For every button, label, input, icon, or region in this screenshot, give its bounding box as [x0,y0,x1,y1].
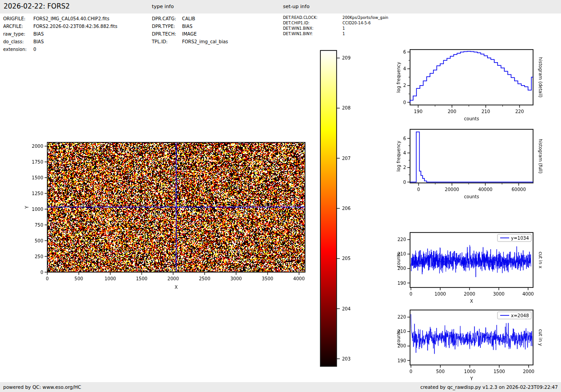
meta-label: DPR.TECH: [152,30,182,38]
svg-text:0: 0 [41,270,43,275]
raw-image-heatmap [47,142,305,272]
type-info-block: DPR.CATG:CALIBDPR.TYPE:BIASDPR.TECH:IMAG… [152,15,228,46]
setup-info-header: set-up info [283,4,310,9]
svg-text:60000: 60000 [511,187,526,192]
colorbar [320,50,337,366]
meta-value: BIAS [182,23,192,30]
svg-text:0: 0 [410,292,412,296]
meta-value: 1 [342,31,345,36]
setup-info-block: DET.READ.CLOCK:200Kps/2ports/low_gainDET… [283,15,388,36]
svg-text:500: 500 [35,238,43,243]
svg-text:0: 0 [46,276,49,281]
svg-text:203: 203 [342,356,351,361]
svg-text:log frequency: log frequency [396,62,401,93]
svg-text:200: 200 [397,266,406,271]
svg-text:190: 190 [397,358,406,363]
svg-text:20000: 20000 [445,187,459,192]
svg-text:200: 200 [397,343,406,348]
svg-text:750: 750 [35,223,43,228]
meta-value: CCID20-14-5-6 [342,20,371,26]
svg-text:220: 220 [397,315,406,319]
svg-text:6: 6 [403,50,406,55]
svg-text:208: 208 [342,105,351,110]
svg-text:1250: 1250 [32,191,43,196]
meta-label: do_class: [3,38,33,46]
svg-text:X: X [175,285,178,290]
svg-text:220: 220 [515,109,524,114]
svg-text:counts: counts [396,252,401,267]
svg-text:0: 0 [403,100,406,105]
svg-text:210: 210 [397,251,406,256]
svg-text:counts: counts [464,194,479,199]
svg-text:40000: 40000 [478,187,493,192]
meta-row: DET.WIN1.BINY:1 [283,31,388,36]
svg-text:cut in x: cut in x [538,251,543,268]
footer-right: created by qc_rawdisp.py v1.2.3 on 2026-… [420,384,558,390]
svg-text:250: 250 [35,254,43,259]
svg-text:210: 210 [397,329,406,334]
svg-text:1000: 1000 [32,207,43,212]
meta-value: 1 [342,26,345,31]
svg-text:y=1034: y=1034 [511,236,529,241]
meta-row: DET.WIN1.BINX:1 [283,26,388,31]
meta-value: FORS2_IMG_CAL054.40.CHIP2.fits [33,15,109,23]
svg-text:204: 204 [342,306,351,311]
svg-text:4: 4 [403,66,406,71]
meta-row: ORIGFILE:FORS2_IMG_CAL054.40.CHIP2.fits [3,15,117,23]
svg-text:3500: 3500 [262,276,273,281]
svg-text:2: 2 [403,83,406,88]
svg-text:4: 4 [403,150,406,155]
meta-value: 0 [33,46,36,53]
meta-row: DPR.CATG:CALIB [152,15,228,23]
svg-text:counts: counts [396,330,401,345]
page-title: 2026-02-22: FORS2 [4,2,70,10]
svg-text:1750: 1750 [32,160,43,164]
svg-text:2000: 2000 [168,276,179,281]
svg-text:6: 6 [403,136,406,141]
svg-text:210: 210 [481,109,490,114]
svg-text:1500: 1500 [32,175,43,180]
svg-text:cut in y: cut in y [538,329,543,346]
svg-text:206: 206 [342,206,351,211]
svg-text:500: 500 [436,369,445,374]
svg-text:1000: 1000 [464,369,475,374]
meta-label: extension: [3,46,33,53]
meta-label: DPR.CATG: [152,15,182,23]
meta-value: CALIB [182,15,195,23]
topbar: 2026-02-22: FORS2 type info set-up info [0,0,561,14]
svg-text:3000: 3000 [493,292,504,296]
meta-label: DET.CHIP1.ID: [283,20,342,26]
meta-value: BIAS [33,30,44,38]
file-info-block: ORIGFILE:FORS2_IMG_CAL054.40.CHIP2.fitsA… [3,15,117,53]
svg-text:4000: 4000 [293,276,305,281]
svg-text:500: 500 [74,276,83,281]
svg-text:3000: 3000 [230,276,242,281]
footer-left: powered by QC: www.eso.org/HC [3,384,81,390]
meta-row: raw_type:BIAS [3,30,117,38]
meta-label: TPL.ID: [152,38,182,46]
meta-row: DPR.TECH:IMAGE [152,30,228,38]
meta-value: FORS2.2026-02-23T08:42:36.882.fits [33,23,117,30]
svg-text:X: X [470,299,473,304]
meta-row: TPL.ID:FORS2_img_cal_bias [152,38,228,46]
meta-label: DET.WIN1.BINY: [283,31,342,36]
plot-cut_in_x: 01000200030004000190200210220countsXcut … [396,232,543,304]
svg-text:counts: counts [464,116,479,121]
svg-text:2000: 2000 [32,144,43,149]
svg-text:1000: 1000 [105,276,116,281]
type-info-header: type info [152,4,174,9]
svg-text:log frequency: log frequency [396,141,401,172]
svg-text:2000: 2000 [523,369,534,374]
svg-text:2000: 2000 [464,292,475,296]
footer: powered by QC: www.eso.org/HC created by… [0,382,561,392]
svg-text:0: 0 [417,187,420,192]
svg-text:histogram (detail): histogram (detail) [538,57,543,98]
svg-text:190: 190 [414,109,422,114]
meta-label: DET.READ.CLOCK: [283,15,342,20]
svg-text:1000: 1000 [434,292,446,296]
meta-value: FORS2_img_cal_bias [182,38,228,46]
svg-text:190: 190 [397,281,406,286]
svg-text:205: 205 [342,256,351,261]
svg-text:220: 220 [397,237,406,242]
meta-label: ARCFILE: [3,23,33,30]
